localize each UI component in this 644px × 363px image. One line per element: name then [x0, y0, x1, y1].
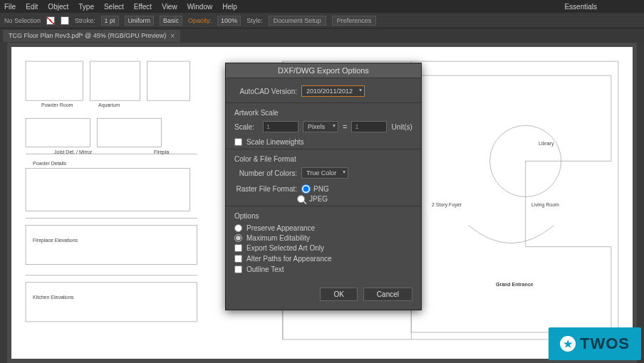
- menu-view[interactable]: View: [162, 3, 177, 11]
- ok-button[interactable]: OK: [320, 288, 357, 301]
- preserve-appearance-label: Preserve Appearance: [246, 224, 315, 232]
- watermark-text: TWOS: [580, 335, 630, 353]
- scale-lineweights-checkbox[interactable]: [234, 138, 242, 146]
- scale-to-units-label: Unit(s): [391, 123, 412, 131]
- fill-swatch[interactable]: [46, 16, 55, 25]
- right-panel-strip[interactable]: [637, 43, 644, 363]
- menu-bar: File Edit Object Type Select Effect View…: [0, 0, 644, 13]
- svg-rect-0: [26, 61, 83, 100]
- preferences-button[interactable]: Preferences: [332, 16, 377, 26]
- label-powder-details: Powder Details: [33, 161, 66, 166]
- label-kitchen-elev: Kitchen Elevations: [33, 295, 74, 300]
- scale-label: Scale:: [234, 123, 259, 131]
- label-aquarium: Aquarium: [98, 102, 120, 107]
- alter-paths-checkbox[interactable]: [234, 255, 242, 263]
- left-tool-strip[interactable]: [0, 43, 7, 363]
- stroke-style-select[interactable]: Uniform: [125, 16, 155, 26]
- label-fireplace-short: Firepla: [154, 149, 169, 154]
- document-tab[interactable]: TCG Floor Plan Rev3.pdf* @ 45% (RGB/GPU …: [3, 30, 180, 42]
- menu-select[interactable]: Select: [104, 3, 124, 11]
- cancel-button[interactable]: Cancel: [363, 288, 412, 301]
- svg-rect-4: [97, 118, 161, 147]
- svg-rect-1: [90, 61, 140, 100]
- label-grand-entrance: Grand Entrance: [496, 282, 534, 287]
- max-editability-label: Maximum Editability: [246, 234, 310, 242]
- menu-edit[interactable]: Edit: [26, 3, 38, 11]
- stroke-label: Stroke:: [75, 17, 95, 24]
- raster-format-label: Raster File Format:: [234, 185, 297, 193]
- raster-png-label: PNG: [313, 185, 329, 193]
- scale-from-units-select[interactable]: Pixels: [303, 121, 338, 132]
- raster-png-radio[interactable]: [301, 184, 311, 194]
- label-living-room: Living Room: [531, 202, 559, 207]
- control-bar: No Selection Stroke: 1 pt Uniform Basic …: [0, 13, 644, 28]
- menu-object[interactable]: Object: [48, 3, 68, 11]
- color-file-format-heading: Color & File Format: [234, 155, 412, 163]
- opacity-label: Opacity:: [188, 17, 212, 24]
- menu-help[interactable]: Help: [222, 3, 237, 11]
- document-tabs: TCG Floor Plan Rev3.pdf* @ 45% (RGB/GPU …: [0, 28, 644, 43]
- label-joist: Joist Det. / Mirror: [54, 149, 92, 154]
- export-selected-label: Export Selected Art Only: [246, 244, 324, 252]
- num-colors-select[interactable]: True Color: [301, 167, 348, 179]
- outline-text-label: Outline Text: [246, 265, 284, 273]
- svg-rect-2: [147, 61, 189, 100]
- raster-jpeg-label: JPEG: [309, 195, 328, 203]
- menu-type[interactable]: Type: [78, 3, 94, 11]
- svg-rect-7: [26, 283, 197, 322]
- options-heading: Options: [234, 212, 412, 220]
- document-setup-button[interactable]: Document Setup: [269, 16, 326, 26]
- menu-effect[interactable]: Effect: [134, 3, 152, 11]
- raster-jpeg-radio[interactable]: [297, 195, 305, 203]
- dialog-title: DXF/DWG Export Options: [226, 63, 421, 78]
- artwork-scale-heading: Artwork Scale: [234, 109, 412, 117]
- menu-window[interactable]: Window: [187, 3, 213, 11]
- menu-file[interactable]: File: [4, 3, 16, 11]
- alter-paths-label: Alter Paths for Appearance: [246, 255, 332, 263]
- workspace-switcher[interactable]: Essentials: [564, 3, 597, 11]
- selection-status: No Selection: [4, 17, 41, 24]
- twos-watermark: ★ TWOS: [549, 327, 641, 360]
- scale-equals: =: [343, 122, 347, 131]
- autocad-version-select[interactable]: 2010/2011/2012: [301, 85, 365, 97]
- svg-rect-6: [26, 226, 197, 265]
- scale-lineweights-label: Scale Lineweights: [246, 138, 304, 146]
- svg-rect-3: [26, 118, 90, 147]
- star-icon: ★: [560, 336, 576, 352]
- max-editability-radio[interactable]: [234, 234, 242, 242]
- autocad-version-label: AutoCAD Version:: [234, 88, 297, 95]
- scale-to-input[interactable]: [351, 121, 387, 132]
- svg-rect-5: [26, 168, 190, 211]
- style-label: Style:: [246, 17, 263, 24]
- stroke-profile-select[interactable]: Basic: [160, 16, 182, 26]
- opacity-input[interactable]: 100%: [217, 16, 241, 26]
- stroke-weight-input[interactable]: 1 pt: [101, 16, 119, 26]
- tab-title: TCG Floor Plan Rev3.pdf* @ 45% (RGB/GPU …: [9, 32, 166, 39]
- close-icon[interactable]: ×: [170, 32, 175, 40]
- export-options-dialog: DXF/DWG Export Options AutoCAD Version: …: [225, 63, 422, 310]
- stroke-swatch[interactable]: [61, 16, 69, 25]
- scale-from-input[interactable]: [263, 121, 298, 132]
- label-story-foyer: 2 Story Foyer: [432, 202, 462, 207]
- outline-text-checkbox[interactable]: [234, 265, 242, 273]
- label-fireplace-elev: Fireplace Elevations: [33, 238, 78, 243]
- label-library: Library: [539, 141, 554, 146]
- label-powder-room: Powder Room: [41, 102, 73, 107]
- preserve-appearance-radio[interactable]: [234, 224, 242, 232]
- export-selected-checkbox[interactable]: [234, 244, 242, 252]
- num-colors-label: Number of Colors:: [234, 169, 297, 177]
